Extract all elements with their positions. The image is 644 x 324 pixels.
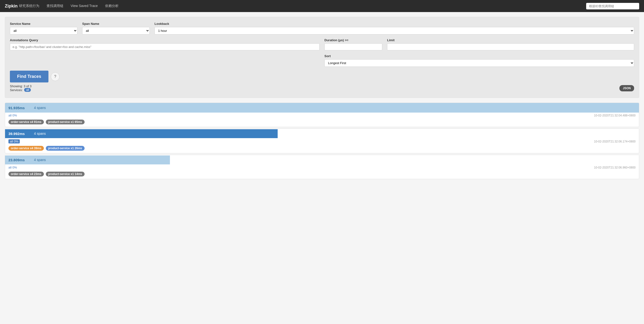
trace-timestamp: 10-02-2020T21:32:06.960+0800: [594, 166, 636, 169]
app-header: Zipkin 研究系统行为 查找调用链 View Saved Trace 依赖分…: [0, 0, 644, 12]
trace-services: order-service x4 91ms product-service x1…: [5, 120, 639, 127]
results-info: Showing: 3 of 3 Services: all: [10, 84, 32, 92]
trace-subrow: all 0% 10-02-2020T21:32:06.960+0800: [5, 165, 639, 172]
trace-subrow: all 0% 10-02-2020T21:32:06.174+0800: [5, 138, 639, 146]
services-label: Services:: [10, 88, 23, 92]
trace-timestamp: 10-02-2020T21:32:06.174+0800: [594, 140, 636, 143]
form-row-bottom: Find Traces ?: [10, 71, 634, 82]
service-tag: order-service x4 39ms: [8, 146, 44, 151]
trace-services: order-service x4 23ms product-service x1…: [5, 172, 639, 179]
annotations-group: Annotations Query: [10, 38, 320, 50]
services-badge: all: [24, 88, 31, 92]
trace-header-content: 91.935ms 4 spans: [8, 106, 46, 110]
trace-duration: 23.809ms: [8, 158, 30, 162]
trace-id-search-input[interactable]: [586, 3, 639, 10]
limit-group: Limit 10: [387, 38, 634, 50]
trace-card[interactable]: 39.992ms 4 spans all 0% 10-02-2020T21:32…: [5, 128, 639, 153]
service-tag: product-service x1 26ms: [46, 146, 84, 151]
duration-group: Duration (μs) >=: [324, 38, 382, 50]
sort-select[interactable]: Longest First Shortest First Newest Firs…: [324, 59, 634, 67]
trace-duration: 91.935ms: [8, 106, 30, 110]
main-content: Service Name all Span Name all Lookback …: [0, 12, 644, 184]
duration-input[interactable]: [324, 44, 382, 50]
trace-duration: 39.992ms: [8, 132, 30, 136]
trace-header: 39.992ms 4 spans: [5, 129, 639, 138]
span-name-label: Span Name: [82, 22, 150, 26]
duration-label: Duration (μs) >=: [324, 38, 382, 42]
trace-spans: 4 spans: [34, 132, 46, 136]
search-panel: Service Name all Span Name all Lookback …: [5, 17, 639, 98]
trace-header-inner: 39.992ms 4 spans: [5, 129, 278, 138]
service-tag: order-service x4 23ms: [8, 172, 44, 176]
span-name-group: Span Name all: [82, 22, 150, 34]
trace-timestamp: 10-02-2020T21:32:04.488+0800: [594, 114, 636, 117]
find-traces-button[interactable]: Find Traces: [10, 71, 48, 82]
nav-find-traces[interactable]: 查找调用链: [46, 4, 64, 8]
trace-header: 23.809ms 4 spans: [5, 155, 639, 165]
trace-subrow: all 0% 10-02-2020T21:32:04.488+0800: [5, 112, 639, 120]
trace-spans: 4 spans: [34, 158, 46, 162]
trace-pct: all 0%: [8, 139, 20, 144]
form-row-top: Service Name all Span Name all Lookback …: [10, 22, 634, 34]
trace-pct: all 0%: [8, 166, 17, 169]
service-name-label: Service Name: [10, 22, 77, 26]
lookback-select[interactable]: 1 hour 2 hours 6 hours 12 hours 1 day 2 …: [154, 27, 634, 34]
form-row-middle: Annotations Query Duration (μs) >= Limit…: [10, 38, 634, 67]
service-name-group: Service Name all: [10, 22, 77, 34]
service-tag: product-service x1 65ms: [46, 120, 84, 124]
help-button[interactable]: ?: [51, 72, 60, 81]
nav-view-saved-trace[interactable]: View Saved Trace: [70, 4, 98, 8]
service-tag: product-service x1 14ms: [46, 172, 84, 176]
trace-header-inner: 23.809ms 4 spans: [5, 156, 170, 164]
annotations-input[interactable]: [10, 44, 320, 50]
showing-text: Showing: 3 of 3: [10, 84, 32, 88]
sort-label: Sort: [324, 54, 634, 58]
app-brand: Zipkin: [5, 4, 18, 9]
trace-services: order-service x4 39ms product-service x1…: [5, 146, 639, 153]
service-tag: order-service x4 91ms: [8, 120, 44, 124]
trace-header: 91.935ms 4 spans: [5, 103, 639, 112]
nav-deps[interactable]: 依赖分析: [105, 4, 118, 8]
main-nav: 查找调用链 View Saved Trace 依赖分析: [46, 4, 586, 8]
json-button[interactable]: JSON: [620, 85, 634, 91]
span-name-select[interactable]: all: [82, 27, 150, 34]
sort-group: Sort Longest First Shortest First Newest…: [324, 54, 634, 67]
results-summary: Showing: 3 of 3 Services: all JSON: [10, 82, 634, 93]
limit-label: Limit: [387, 38, 634, 42]
limit-input[interactable]: 10: [387, 44, 634, 50]
traces-list: 91.935ms 4 spans all 0% 10-02-2020T21:32…: [5, 103, 639, 179]
trace-card[interactable]: 91.935ms 4 spans all 0% 10-02-2020T21:32…: [5, 103, 639, 127]
trace-spans: 4 spans: [34, 106, 46, 110]
annotations-label: Annotations Query: [10, 38, 320, 42]
services-line: Services: all: [10, 88, 32, 92]
service-name-select[interactable]: all: [10, 27, 77, 34]
trace-card[interactable]: 23.809ms 4 spans all 0% 10-02-2020T21:32…: [5, 155, 639, 179]
app-subtitle: 研究系统行为: [19, 4, 39, 8]
lookback-group: Lookback 1 hour 2 hours 6 hours 12 hours…: [154, 22, 634, 34]
header-search: [586, 3, 639, 10]
trace-pct: all 0%: [8, 114, 17, 117]
lookback-label: Lookback: [154, 22, 634, 26]
